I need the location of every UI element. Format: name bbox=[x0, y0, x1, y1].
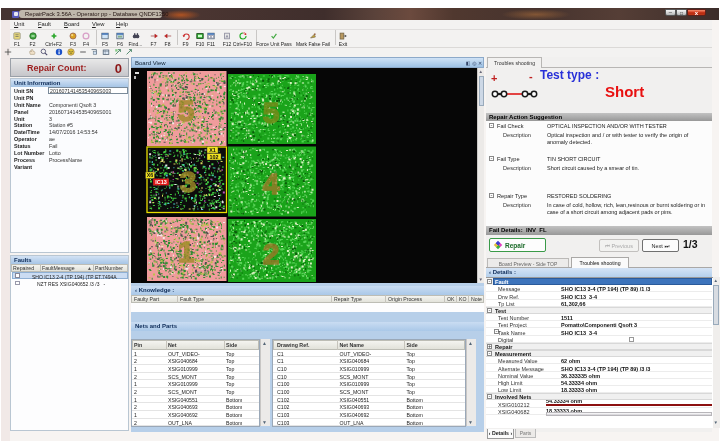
svg-text:2: 2 bbox=[263, 237, 280, 270]
svg-text:5: 5 bbox=[178, 94, 195, 127]
svg-text:+: + bbox=[491, 72, 497, 84]
svg-text:X6: X6 bbox=[147, 172, 154, 178]
svg-text:4: 4 bbox=[263, 167, 280, 200]
svg-text:102: 102 bbox=[210, 153, 219, 159]
svg-text:1: 1 bbox=[178, 235, 195, 268]
svg-text:IC13: IC13 bbox=[155, 179, 166, 185]
svg-text:X1: X1 bbox=[209, 146, 216, 152]
svg-text:3: 3 bbox=[180, 165, 197, 198]
svg-text:-: - bbox=[529, 70, 533, 82]
svg-text:5: 5 bbox=[263, 96, 280, 129]
